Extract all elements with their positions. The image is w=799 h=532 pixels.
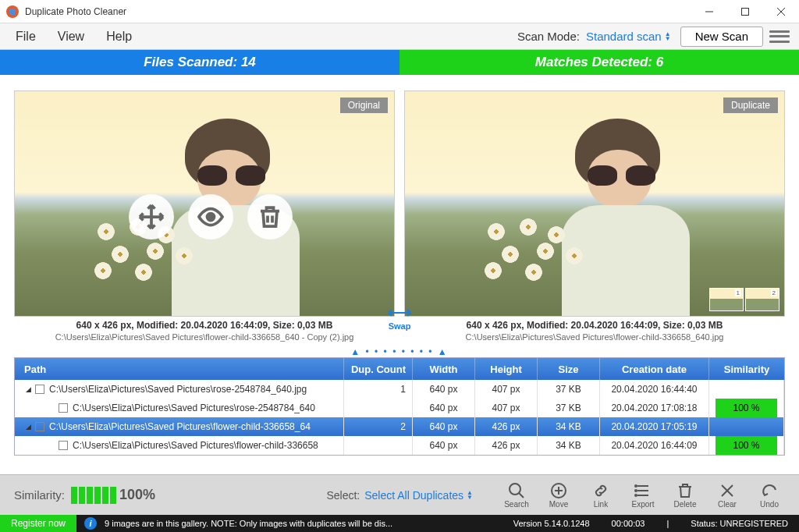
- svg-rect-1: [742, 8, 749, 15]
- preview-duplicate: Duplicate 1 2 640 x 426 px, Modified: 20…: [404, 90, 785, 342]
- registration-status: Status: UNREGISTERED: [691, 519, 788, 528]
- trash-icon[interactable]: [247, 194, 293, 239]
- table-body: ◢C:\Users\Eliza\Pictures\Saved Pictures\…: [15, 380, 784, 455]
- col-similarity[interactable]: Similarity: [709, 358, 784, 380]
- table-row[interactable]: ◢C:\Users\Eliza\Pictures\Saved Pictures\…: [15, 380, 784, 399]
- titlebar: Duplicate Photo Cleaner: [0, 0, 799, 23]
- svg-point-14: [635, 490, 637, 491]
- duplicate-image[interactable]: Duplicate 1 2: [404, 90, 785, 317]
- original-path: C:\Users\Eliza\Pictures\Saved Pictures\f…: [14, 332, 395, 342]
- files-scanned-label: Files Scanned: 14: [0, 50, 400, 75]
- preview-area: Original 640 x 426 px, Modified: 20.04.2…: [0, 75, 799, 345]
- link-button[interactable]: Link: [585, 481, 616, 509]
- svg-point-4: [207, 214, 214, 221]
- info-icon: i: [84, 517, 97, 530]
- menu-view[interactable]: View: [47, 25, 95, 48]
- menu-help[interactable]: Help: [95, 25, 143, 48]
- chevron-updown-icon[interactable]: ▲▼: [665, 32, 671, 41]
- minimize-button[interactable]: [691, 0, 727, 23]
- table-row[interactable]: C:\Users\Eliza\Pictures\Saved Pictures\f…: [15, 436, 784, 455]
- stats-bar: Files Scanned: 14 Matches Detected: 6: [0, 50, 799, 75]
- duplicate-meta: 640 x 426 px, Modified: 20.04.2020 16:44…: [404, 320, 785, 331]
- status-message: 9 images are in this gallery. NOTE: Only…: [105, 519, 392, 528]
- col-path[interactable]: Path: [15, 358, 344, 380]
- app-icon: [6, 5, 19, 18]
- scanmode-dropdown[interactable]: Standard scan: [586, 30, 662, 43]
- svg-point-15: [635, 495, 637, 496]
- close-button[interactable]: [763, 0, 799, 23]
- status-bar: Register now i 9 images are in this gall…: [0, 515, 799, 532]
- move-button[interactable]: Move: [543, 481, 574, 509]
- original-meta: 640 x 426 px, Modified: 20.04.2020 16:44…: [14, 320, 395, 331]
- table-header: Path Dup. Count Width Height Size Creati…: [15, 358, 784, 380]
- version-label: Version 5.14.0.1248: [513, 519, 590, 528]
- original-image[interactable]: Original: [14, 90, 395, 317]
- matches-detected-label: Matches Detected: 6: [400, 50, 799, 75]
- row-checkbox[interactable]: [59, 441, 68, 450]
- register-now-button[interactable]: Register now: [0, 515, 76, 532]
- new-scan-button[interactable]: New Scan: [680, 27, 763, 47]
- svg-point-13: [635, 485, 637, 487]
- preview-original: Original 640 x 426 px, Modified: 20.04.2…: [14, 90, 395, 342]
- select-dropdown[interactable]: Select All Duplicates: [364, 489, 463, 502]
- swap-button[interactable]: Swap: [386, 307, 413, 331]
- original-badge: Original: [340, 98, 388, 113]
- select-label: Select:: [326, 489, 360, 502]
- image-tools: [129, 194, 293, 239]
- window-title: Duplicate Photo Cleaner: [25, 6, 691, 17]
- eye-icon[interactable]: [188, 194, 233, 239]
- table-row[interactable]: ◢C:\Users\Eliza\Pictures\Saved Pictures\…: [15, 417, 784, 436]
- delete-button[interactable]: Delete: [669, 481, 701, 509]
- col-creation-date[interactable]: Creation date: [600, 358, 709, 380]
- chevron-updown-icon[interactable]: ▲▼: [467, 491, 473, 500]
- svg-point-5: [510, 484, 520, 495]
- scanmode-label: Scan Mode:: [517, 30, 580, 43]
- col-height[interactable]: Height: [475, 358, 538, 380]
- row-checkbox[interactable]: [35, 385, 44, 394]
- action-tools: Search Move Link Export Delete Clear Und…: [501, 481, 785, 509]
- move-icon[interactable]: [129, 194, 174, 239]
- maximize-button[interactable]: [727, 0, 763, 23]
- row-checkbox[interactable]: [35, 422, 44, 431]
- menubar: File View Help Scan Mode: Standard scan …: [0, 23, 799, 50]
- menu-file[interactable]: File: [5, 25, 47, 48]
- hamburger-icon[interactable]: [769, 28, 790, 45]
- duplicate-path: C:\Users\Eliza\Pictures\Saved Pictures\f…: [404, 332, 785, 342]
- export-button[interactable]: Export: [627, 481, 659, 509]
- clear-button[interactable]: Clear: [712, 481, 743, 509]
- similarity-bars: [71, 487, 116, 504]
- col-dup-count[interactable]: Dup. Count: [344, 358, 413, 380]
- table-row[interactable]: C:\Users\Eliza\Pictures\Saved Pictures\r…: [15, 399, 784, 417]
- thumbnail-1[interactable]: 1: [709, 288, 744, 311]
- splitter-handle[interactable]: [0, 346, 799, 357]
- results-table: Path Dup. Count Width Height Size Creati…: [14, 357, 785, 456]
- col-size[interactable]: Size: [538, 358, 600, 380]
- duplicate-thumbnails: 1 2: [709, 288, 779, 311]
- undo-button[interactable]: Undo: [754, 481, 785, 509]
- bottom-toolbar: Similarity: 100% Select: Select All Dupl…: [0, 474, 799, 515]
- svg-line-6: [519, 493, 524, 498]
- col-width[interactable]: Width: [413, 358, 475, 380]
- similarity-percent: 100%: [119, 487, 155, 503]
- search-button[interactable]: Search: [501, 481, 532, 509]
- similarity-label: Similarity:: [14, 488, 65, 502]
- duplicate-badge: Duplicate: [723, 98, 778, 113]
- swap-label: Swap: [386, 321, 413, 331]
- row-checkbox[interactable]: [59, 403, 68, 413]
- scan-time: 00:00:03: [612, 519, 645, 528]
- thumbnail-2[interactable]: 2: [745, 288, 779, 311]
